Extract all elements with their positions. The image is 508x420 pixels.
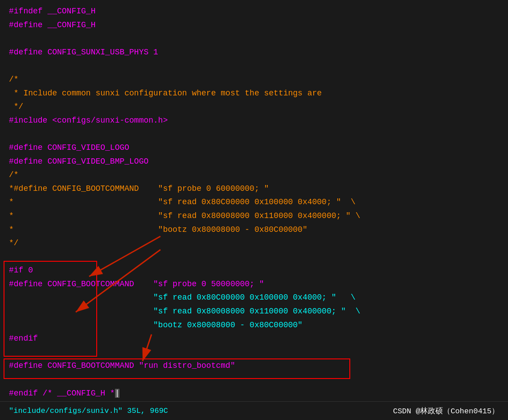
code-line-21: #define CONFIG_BOOTCOMMAND "sf probe 0 5… [9, 277, 499, 291]
code-line-16: * "sf read 0x80008000 0x110000 0x400000;… [9, 209, 499, 223]
code-line-26 [9, 346, 499, 359]
status-file-info: "include/configs/suniv.h" 35L, 969C [9, 407, 168, 415]
code-line-18: */ [9, 236, 499, 250]
code-line-6: /* [9, 73, 499, 86]
code-line-12: #define CONFIG_VIDEO_BMP_LOGO [9, 155, 499, 169]
code-line-23: "sf read 0x80008000 0x110000 0x400000; "… [9, 305, 499, 318]
code-line-15: * "sf read 0x80C00000 0x100000 0x4000; "… [9, 195, 499, 209]
code-line-1: #ifndef __CONFIG_H [9, 4, 499, 18]
status-attribution: CSDN @林政硕（Cohen0415） [393, 406, 499, 416]
code-line-29: #endif /* __CONFIG_H *| [9, 387, 499, 400]
code-line-13: /* [9, 168, 499, 182]
code-line-20: #if 0 [9, 264, 499, 277]
code-line-22: "sf read 0x80C00000 0x100000 0x4000; " \ [9, 291, 499, 305]
code-line-2: #define __CONFIG_H [9, 18, 499, 32]
code-line-10 [9, 127, 499, 141]
code-line-5 [9, 59, 499, 73]
code-line-4: #define CONFIG_SUNXI_USB_PHYS 1 [9, 45, 499, 59]
code-line-17: * "bootz 0x80008000 - 0x80C00000" [9, 223, 499, 237]
code-line-11: #define CONFIG_VIDEO_LOGO [9, 141, 499, 155]
code-line-27: #define CONFIG_BOOTCOMMAND "run distro_b… [9, 359, 499, 373]
status-bar: "include/configs/suniv.h" 35L, 969C CSDN… [0, 401, 508, 420]
code-line-25: #endif [9, 332, 499, 346]
code-editor: #ifndef __CONFIG_H #define __CONFIG_H #d… [0, 0, 508, 401]
code-line-28 [9, 373, 499, 387]
code-line-9: #include <configs/sunxi-common.h> [9, 114, 499, 128]
code-line-14: *#define CONFIG_BOOTCOMMAND "sf probe 0 … [9, 182, 499, 196]
code-line-7: * Include common sunxi configuration whe… [9, 86, 499, 100]
code-line-19 [9, 250, 499, 264]
code-line-24: "bootz 0x80008000 - 0x80C00000" [9, 318, 499, 332]
code-line-8: */ [9, 100, 499, 114]
code-line-3 [9, 32, 499, 45]
